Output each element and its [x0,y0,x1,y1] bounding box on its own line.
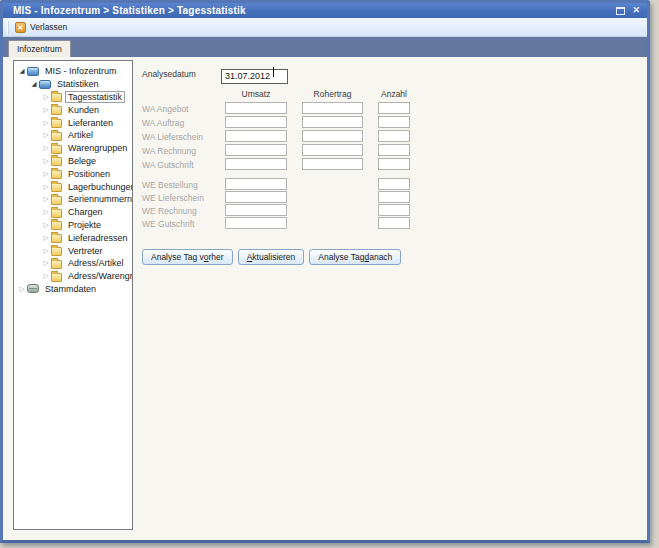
column-header-rohertrag: Rohertrag [302,89,363,99]
wa-auftrag-rohertrag-input[interactable] [302,116,363,128]
text-caret [273,67,274,77]
tab-infozentrum[interactable]: Infozentrum [8,40,71,57]
wa-lieferschein-rohertrag-input[interactable] [302,130,363,142]
wa-auftrag-umsatz-input[interactable] [225,116,287,128]
wa-rechnung-rohertrag-input[interactable] [302,144,363,156]
row-label-we-bestellung: WE Bestellung [142,180,198,190]
wa-lieferschein-umsatz-input[interactable] [225,130,287,142]
wa-gutschrift-anzahl-input[interactable] [378,158,410,170]
we-rechnung-umsatz-input[interactable] [225,204,287,216]
button-label-part: ktualisieren [252,252,295,262]
content-area: ◢MIS - Infozentrum◢Statistiken▷Tagesstat… [3,57,647,540]
wa-lieferschein-anzahl-input[interactable] [378,130,410,142]
button-label-part: Analyse Tag v [151,252,204,262]
row-label-we-rechnung: WE Rechnung [142,206,197,216]
wa-angebot-rohertrag-input[interactable] [302,102,363,114]
wa-gutschrift-rohertrag-input[interactable] [302,158,363,170]
analysedatum-input[interactable] [221,69,288,84]
form-buttons: Analyse Tag vorherAktualisierenAnalyse T… [142,249,401,265]
we-gutschrift-anzahl-input[interactable] [378,217,410,229]
column-header-umsatz: Umsatz [225,89,287,99]
row-label-we-lieferschein: WE Lieferschein [142,193,204,203]
we-bestellung-anzahl-input[interactable] [378,178,410,190]
analysedatum-field-wrap [221,65,288,80]
toolbar: ✕ Verlassen [3,18,647,37]
we-lieferschein-umsatz-input[interactable] [225,191,287,203]
wa-rechnung-anzahl-input[interactable] [378,144,410,156]
row-label-wa-auftrag: WA Auftrag [142,118,184,128]
we-lieferschein-anzahl-input[interactable] [378,191,410,203]
aktualisieren-button[interactable]: Aktualisieren [238,249,305,265]
wa-angebot-umsatz-input[interactable] [225,102,287,114]
we-gutschrift-umsatz-input[interactable] [225,217,287,229]
exit-x-icon: ✕ [15,22,26,33]
row-label-we-gutschrift: WE Gutschrift [142,219,194,229]
row-label-wa-angebot: WA Angebot [142,104,188,114]
wa-auftrag-anzahl-input[interactable] [378,116,410,128]
tab-strip: Infozentrum [3,37,647,57]
toolbar-grip [7,21,9,34]
we-bestellung-umsatz-input[interactable] [225,178,287,190]
window-title: MIS - Infozentrum > Statistiken > Tagess… [3,5,246,16]
close-icon[interactable]: ✕ [632,6,640,15]
analysedatum-label: Analysedatum [142,69,196,79]
row-label-wa-gutschrift: WA Gutschrift [142,160,194,170]
app-window: MIS - Infozentrum > Statistiken > Tagess… [0,0,650,543]
button-label-part: Analyse Tag [318,252,364,262]
window-controls: ✕ [616,6,647,15]
wa-angebot-anzahl-input[interactable] [378,102,410,114]
row-label-wa-lieferschein: WA Lieferschein [142,132,203,142]
button-label-part: anach [369,252,392,262]
exit-button[interactable]: ✕ Verlassen [13,21,72,34]
wa-gutschrift-umsatz-input[interactable] [225,158,287,170]
tagesstatistik-form: Analysedatum Umsatz Rohertrag Anzahl WA … [3,57,647,540]
row-label-wa-rechnung: WA Rechnung [142,146,196,156]
wa-rechnung-umsatz-input[interactable] [225,144,287,156]
column-header-anzahl: Anzahl [378,89,410,99]
button-label-part: rher [209,252,224,262]
title-bar: MIS - Infozentrum > Statistiken > Tagess… [3,3,647,18]
analyse-tag-danach-button[interactable]: Analyse Tag danach [309,249,401,265]
restore-icon[interactable] [616,7,625,15]
exit-button-label: Verlassen [30,22,67,32]
we-rechnung-anzahl-input[interactable] [378,204,410,216]
analyse-tag-vorher-button[interactable]: Analyse Tag vorher [142,249,233,265]
